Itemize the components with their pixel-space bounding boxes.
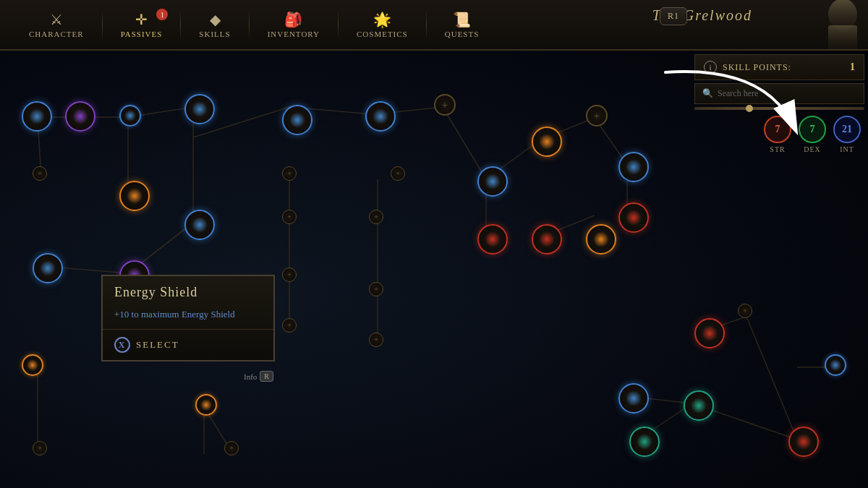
slider-handle[interactable] <box>746 105 753 112</box>
skill-node-32[interactable]: + <box>224 441 239 455</box>
int-label: INT <box>840 145 854 153</box>
character-label: Character <box>29 30 84 38</box>
cosmetics-label: Cosmetics <box>357 30 408 38</box>
info-icon[interactable]: i <box>704 61 717 74</box>
nav-cosmetics[interactable]: 🌟 Cosmetics <box>342 7 422 42</box>
str-circle: 7 <box>764 116 791 143</box>
skill-points-value: 1 <box>850 61 855 73</box>
tooltip-title: Energy Shield <box>103 276 273 306</box>
stat-badge-dex: 7 DEX <box>799 116 826 153</box>
cosmetics-icon: 🌟 <box>373 11 391 28</box>
search-icon: 🔍 <box>702 88 713 99</box>
skill-node-19[interactable] <box>477 224 508 254</box>
skill-points-label: Skill Points: <box>723 62 844 73</box>
passives-icon: ✛ <box>135 11 148 28</box>
skill-node-7[interactable]: + <box>434 94 456 116</box>
skill-node-36[interactable] <box>629 427 660 457</box>
nav-quests[interactable]: 📜 Quests <box>430 7 494 42</box>
info-label: Info <box>244 372 257 381</box>
search-slider[interactable] <box>694 107 864 110</box>
stat-badge-str: 7 STR <box>764 116 791 153</box>
nav-skills[interactable]: ◆ Skills <box>184 7 244 42</box>
nav-divider-4 <box>338 10 339 39</box>
skill-node-18[interactable]: + <box>369 210 383 224</box>
nav-divider-5 <box>426 10 427 39</box>
skill-node-1[interactable] <box>22 101 52 132</box>
skill-node-16[interactable] <box>184 210 215 240</box>
stat-badges: 7 STR 7 DEX 21 INT <box>694 116 864 153</box>
skill-node-14[interactable]: + <box>586 105 608 127</box>
str-value: 7 <box>775 124 780 135</box>
skill-node-17[interactable]: + <box>282 210 297 224</box>
nav-divider-1 <box>102 10 103 39</box>
skill-node-3[interactable] <box>119 105 141 127</box>
skill-node-33[interactable]: + <box>33 441 47 455</box>
right-panel: i Skill Points: 1 🔍 7 STR 7 DEX 21 INT <box>694 54 864 153</box>
dex-circle: 7 <box>799 116 826 143</box>
x-button-label: X <box>119 340 127 351</box>
tooltip-action[interactable]: X Select <box>103 330 273 360</box>
skill-node-5[interactable] <box>282 105 312 135</box>
quests-label: Quests <box>445 30 480 38</box>
nav-divider-3 <box>249 10 250 39</box>
quests-icon: 📜 <box>453 11 471 28</box>
skill-node-34[interactable] <box>618 383 649 414</box>
action-label: Select <box>136 339 179 351</box>
skill-node-35[interactable] <box>684 390 714 421</box>
skill-points-bar: i Skill Points: 1 <box>694 54 864 80</box>
tooltip-info-bottom: Info R <box>244 371 273 382</box>
passives-badge: 1 <box>156 9 168 20</box>
search-input[interactable] <box>718 88 856 99</box>
skill-node-37[interactable] <box>694 318 725 348</box>
svg-rect-36 <box>828 25 857 51</box>
skill-node-11[interactable]: + <box>391 166 405 181</box>
nav-divider-2 <box>180 10 181 39</box>
search-bar[interactable]: 🔍 <box>694 83 864 104</box>
int-circle: 21 <box>833 116 861 143</box>
skills-label: Skills <box>199 30 230 38</box>
character-portrait <box>767 0 868 51</box>
skill-node-29[interactable]: + <box>738 304 752 318</box>
skill-node-39[interactable] <box>825 354 846 376</box>
skill-node-21[interactable] <box>586 224 616 254</box>
skill-node-8[interactable]: + <box>33 166 47 181</box>
skills-icon: ◆ <box>210 11 221 28</box>
inventory-icon: 🎒 <box>284 11 302 28</box>
skill-node-13[interactable] <box>532 127 562 157</box>
nav-character[interactable]: ⚔ Character <box>14 7 98 42</box>
skill-node-23[interactable] <box>33 253 63 283</box>
skill-node-2[interactable] <box>65 101 95 132</box>
skill-node-4[interactable] <box>184 94 215 124</box>
tooltip-description: +10 to maximum Energy Shield <box>103 306 273 330</box>
skill-node-27[interactable]: + <box>282 318 297 333</box>
skill-node-22[interactable] <box>618 202 649 233</box>
skill-node-25[interactable]: + <box>282 267 297 282</box>
stat-badge-int: 21 INT <box>833 116 861 153</box>
info-key-badge: R <box>260 371 273 382</box>
int-value: 21 <box>842 124 852 135</box>
skill-node-12[interactable] <box>477 166 508 197</box>
skill-node-20[interactable] <box>532 224 562 254</box>
dex-value: 7 <box>810 124 815 135</box>
skill-tooltip: Energy Shield +10 to maximum Energy Shie… <box>101 275 275 361</box>
str-label: STR <box>770 145 785 153</box>
skill-node-15[interactable] <box>618 152 649 182</box>
nav-inventory[interactable]: 🎒 Inventory <box>253 7 334 42</box>
dex-label: DEX <box>804 145 821 153</box>
inventory-label: Inventory <box>268 30 320 38</box>
skill-node-30[interactable] <box>22 354 43 376</box>
skill-node-6[interactable] <box>365 101 396 132</box>
character-icon: ⚔ <box>50 11 63 28</box>
skill-node-26[interactable]: + <box>369 282 383 296</box>
passives-label: Passives <box>121 30 163 38</box>
r1-button[interactable]: R1 <box>660 7 687 25</box>
skill-node-28[interactable]: + <box>369 333 383 347</box>
skill-node-9[interactable] <box>119 181 150 211</box>
nav-passives[interactable]: 1 ✛ Passives <box>106 7 177 42</box>
skill-node-31[interactable] <box>195 394 217 416</box>
x-button: X <box>114 337 130 353</box>
skill-node-10[interactable]: + <box>282 166 297 181</box>
skill-node-38[interactable] <box>788 427 819 457</box>
